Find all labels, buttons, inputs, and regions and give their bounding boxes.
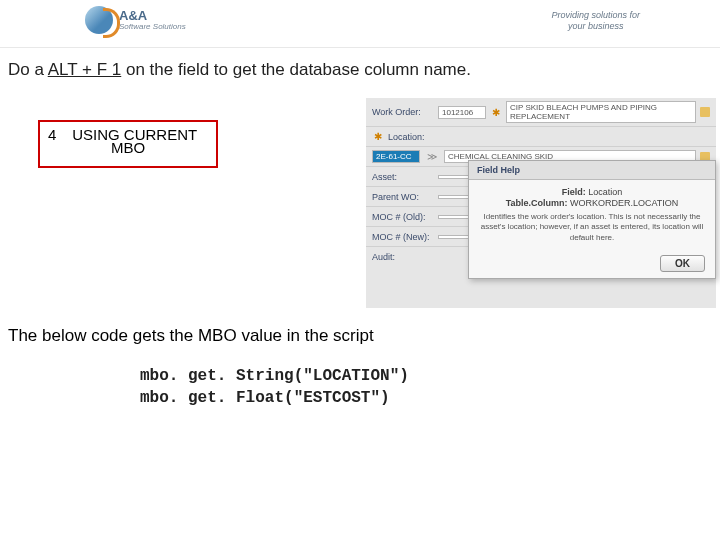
moc-old-label: MOC # (Old): [372, 212, 434, 222]
code-sample: mbo. get. String("LOCATION") mbo. get. F… [140, 366, 720, 409]
company-tagline: Providing solutions for your business [551, 10, 640, 32]
instruction-prefix: Do a [8, 60, 48, 79]
location-field[interactable]: 2E-61-CC [372, 150, 420, 163]
detail-icon[interactable] [700, 107, 710, 117]
form-row-location: ✱ Location: [366, 127, 716, 147]
chevron-right-icon[interactable]: ≫ [427, 151, 437, 162]
field-help-title: Field Help [469, 161, 715, 180]
tagline-line2: your business [551, 21, 640, 32]
explanation-text: The below code gets the MBO value in the… [8, 326, 712, 346]
instruction-text: Do a ALT + F 1 on the field to get the d… [8, 60, 712, 80]
location-label: Location: [388, 132, 444, 142]
help-column-value: WORKORDER.LOCATION [570, 198, 678, 208]
workorder-desc-field[interactable]: CIP SKID BLEACH PUMPS AND PIPING REPLACE… [506, 101, 696, 123]
section-callout-box: 4 USING CURRENT MBO [38, 120, 218, 168]
moc-new-label: MOC # (New): [372, 232, 434, 242]
company-logo: A&A Software Solutions [85, 6, 186, 34]
field-help-body: Field: Location Table.Column: WORKORDER.… [469, 180, 715, 249]
parentwo-label: Parent WO: [372, 192, 434, 202]
required-icon: ✱ [492, 107, 500, 118]
form-row-workorder: Work Order: 1012106 ✱ CIP SKID BLEACH PU… [366, 98, 716, 127]
content-area: 4 USING CURRENT MBO Work Order: 1012106 … [0, 98, 720, 318]
help-field-value: Location [588, 187, 622, 197]
company-subtitle: Software Solutions [119, 22, 186, 31]
instruction-shortcut: ALT + F 1 [48, 60, 122, 79]
audit-label: Audit: [372, 252, 434, 262]
asset-label: Asset: [372, 172, 434, 182]
company-name: A&A [119, 9, 186, 22]
globe-icon [85, 6, 113, 34]
field-help-dialog: Field Help Field: Location Table.Column:… [468, 160, 716, 279]
help-column-label: Table.Column: [506, 198, 568, 208]
required-icon: ✱ [374, 131, 382, 142]
maximo-form-panel: Work Order: 1012106 ✱ CIP SKID BLEACH PU… [366, 98, 716, 308]
instruction-suffix: on the field to get the database column … [121, 60, 471, 79]
help-field-label: Field: [562, 187, 586, 197]
tagline-line1: Providing solutions for [551, 10, 640, 21]
code-line-2: mbo. get. Float("ESTCOST") [140, 388, 720, 410]
help-description: Identifies the work order's location. Th… [479, 212, 705, 243]
slide-header: A&A Software Solutions Providing solutio… [0, 0, 720, 48]
code-line-1: mbo. get. String("LOCATION") [140, 366, 720, 388]
workorder-label: Work Order: [372, 107, 434, 117]
ok-button[interactable]: OK [660, 255, 705, 272]
workorder-field[interactable]: 1012106 [438, 106, 486, 119]
section-number: 4 [48, 126, 68, 143]
